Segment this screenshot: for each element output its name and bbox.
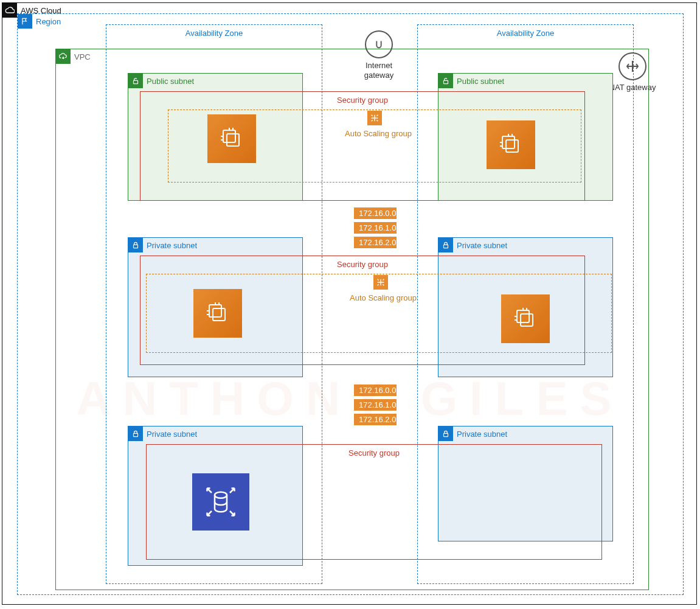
cidr-block: 172.16.0.0 [353,384,397,397]
svg-rect-11 [209,305,221,317]
svg-point-14 [215,492,227,498]
lock-icon [128,426,143,441]
security-group-label: Security group [147,448,601,458]
internet-gateway: Internet gateway [361,30,397,80]
az-label: Availability Zone [106,29,322,38]
az-label: Availability Zone [418,29,633,38]
svg-rect-6 [227,134,239,146]
subnet-label: Public subnet [457,77,504,86]
vpc-label: VPC [74,52,91,61]
nat-icon [619,52,646,80]
cidr-block: 172.16.1.0 [353,221,397,234]
svg-rect-1 [444,80,448,83]
subnet-label: Public subnet [147,77,194,86]
security-group-label: Security group [140,96,584,105]
subnet-label: Private subnet [147,241,197,250]
svg-rect-5 [444,433,448,436]
cidr-block: 172.16.2.0 [353,236,397,249]
svg-rect-0 [134,80,138,83]
svg-rect-12 [521,314,533,326]
svg-rect-9 [502,136,515,148]
cidr-block: 172.16.1.0 [353,398,397,411]
ec2-instance [193,289,242,338]
security-group-label: Security group [140,260,584,269]
lock-icon [128,238,143,252]
igw-icon [365,30,393,58]
svg-rect-7 [223,130,235,142]
vpc-icon [56,49,71,64]
dynamodb-icon [192,473,249,531]
cloud-icon [2,3,17,18]
unlock-icon [438,74,453,88]
svg-rect-2 [134,245,138,248]
cidr-block: 172.16.2.0 [353,413,397,426]
ec2-instance [501,294,550,343]
auto-scaling-label: Auto Scaling group [328,293,438,302]
svg-rect-3 [444,245,448,248]
auto-scaling-icon [367,111,382,125]
svg-rect-4 [134,433,138,436]
nat-gateway: NAT gateway [608,52,657,92]
ec2-instance [207,114,256,163]
ec2-instance [487,120,535,169]
flag-icon [18,14,32,29]
igw-label: Internet gateway [361,61,397,80]
lock-icon [438,238,453,252]
cidr-block: 172.16.0.0 [353,207,397,220]
auto-scaling-label: Auto Scaling group [324,129,433,138]
svg-rect-10 [213,308,225,321]
svg-rect-13 [517,310,529,322]
auto-scaling-icon [373,275,388,290]
svg-rect-8 [506,140,518,152]
nat-label: NAT gateway [608,83,657,92]
subnet-label: Private subnet [457,430,507,439]
region-label: Region [36,17,61,26]
unlock-icon [128,74,143,88]
subnet-label: Private subnet [147,430,197,439]
lock-icon [438,426,453,441]
subnet-label: Private subnet [457,241,507,250]
